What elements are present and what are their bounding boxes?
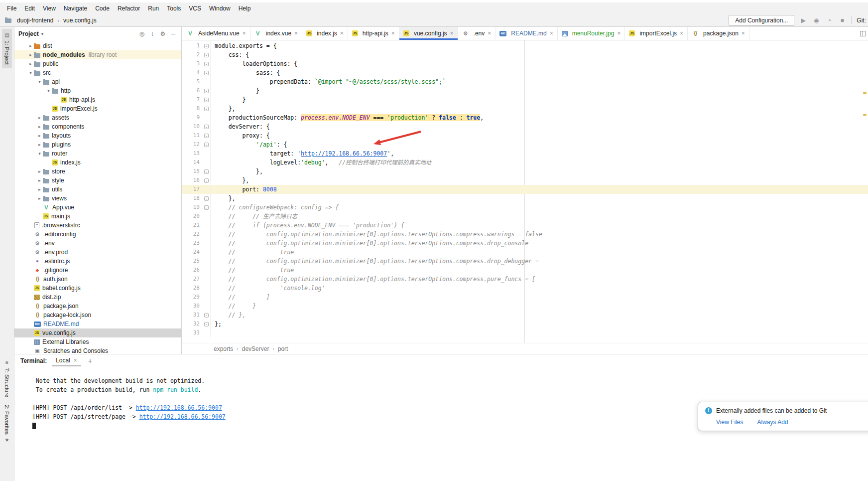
tab-asidemenu-vue[interactable]: AsideMenu.vue× bbox=[183, 27, 250, 40]
breadcrumb-devserver[interactable]: devServer bbox=[242, 345, 269, 352]
menu-item-help[interactable]: Help bbox=[235, 3, 255, 13]
tree-item-dist-zip[interactable]: dist.zip bbox=[14, 293, 181, 302]
tool-window-button-favorites[interactable]: 2: Favorites ★ bbox=[2, 401, 12, 446]
fold-open-icon[interactable]: - bbox=[204, 53, 209, 57]
view-files-link[interactable]: View Files bbox=[716, 419, 743, 426]
close-icon[interactable]: × bbox=[617, 30, 620, 37]
tree-item-router[interactable]: ▾router bbox=[14, 149, 181, 158]
close-icon[interactable]: × bbox=[391, 30, 395, 37]
code-line-28[interactable]: 28 // 'console.log' bbox=[182, 284, 868, 293]
tree-item-eslintrc-js[interactable]: .eslintrc.js bbox=[14, 257, 181, 266]
tree-item-style[interactable]: ▸style bbox=[14, 176, 181, 185]
fold-open-icon[interactable]: - bbox=[204, 134, 209, 138]
tree-item-scratches-and-consoles[interactable]: Scratches and Consoles bbox=[14, 346, 181, 354]
code-line-2[interactable]: 2- css: { bbox=[182, 50, 868, 59]
close-icon[interactable]: × bbox=[294, 30, 298, 37]
tree-item-package-lock-json[interactable]: package-lock.json bbox=[14, 311, 181, 320]
code-line-33[interactable]: 33 bbox=[182, 328, 868, 337]
expand-collapse-icon[interactable]: ↕ bbox=[148, 30, 156, 37]
terminal-title[interactable]: Terminal: bbox=[20, 357, 47, 364]
fold-close-icon[interactable]: - bbox=[204, 169, 209, 174]
terminal-link[interactable]: http://192.168.66.56:9007 bbox=[136, 404, 222, 411]
tab-importexcel-js[interactable]: importExcel.js× bbox=[625, 27, 688, 40]
chevron-right-icon[interactable]: ▸ bbox=[36, 124, 43, 129]
code-line-11[interactable]: 11- proxy: { bbox=[182, 131, 868, 140]
menu-item-window[interactable]: Window bbox=[205, 3, 235, 13]
tree-item-dist[interactable]: ▸dist bbox=[14, 41, 181, 50]
chevron-down-icon[interactable]: ▾ bbox=[27, 70, 34, 75]
code-line-31[interactable]: 31- // }, bbox=[182, 311, 868, 320]
tree-item-views[interactable]: ▸views bbox=[14, 194, 181, 203]
code-editor[interactable]: 1-module.exports = {2- css: {3- loaderOp… bbox=[182, 40, 868, 343]
tab-package-json[interactable]: package.json× bbox=[688, 27, 749, 40]
menu-item-refactor[interactable]: Refactor bbox=[114, 3, 144, 13]
terminal-tab-local[interactable]: Local × bbox=[52, 355, 81, 366]
code-line-13[interactable]: 13 target: 'http://192.168.66.56:9007', bbox=[182, 149, 868, 158]
tree-item-layouts[interactable]: ▸layouts bbox=[14, 131, 181, 140]
breadcrumb-project[interactable]: duoji-frontend bbox=[16, 17, 54, 24]
fold-marker[interactable]: - bbox=[203, 140, 211, 149]
fold-close-icon[interactable]: - bbox=[204, 196, 209, 201]
chevron-right-icon[interactable]: ▸ bbox=[36, 169, 43, 174]
tree-item-main-js[interactable]: main.js bbox=[14, 212, 181, 221]
tab-menurouter-jpg[interactable]: menuRouter.jpg× bbox=[558, 27, 625, 40]
error-stripe[interactable] bbox=[862, 40, 867, 343]
chevron-down-icon[interactable]: ▾ bbox=[36, 79, 43, 84]
close-icon[interactable]: × bbox=[450, 30, 454, 37]
close-icon[interactable]: × bbox=[680, 30, 683, 37]
code-line-27[interactable]: 27 // config.optimization.minimizer[0].o… bbox=[182, 275, 868, 284]
chevron-right-icon[interactable]: ▸ bbox=[36, 142, 43, 147]
code-line-29[interactable]: 29 // ] bbox=[182, 293, 868, 302]
run-button[interactable]: ▶ bbox=[799, 17, 807, 24]
code-line-17[interactable]: 17 port: 8008 bbox=[182, 185, 868, 194]
menu-item-file[interactable]: File bbox=[3, 3, 20, 13]
tab-readme-md[interactable]: README.md× bbox=[496, 27, 557, 40]
tree-item-node-modules[interactable]: ▸node_moduleslibrary root bbox=[14, 50, 181, 59]
fold-close-icon[interactable]: - bbox=[204, 89, 209, 93]
fold-open-icon[interactable]: - bbox=[204, 71, 209, 75]
chevron-right-icon[interactable]: ▸ bbox=[27, 43, 34, 48]
chevron-right-icon[interactable]: ▸ bbox=[36, 115, 43, 120]
code-line-4[interactable]: 4- sass: { bbox=[182, 68, 868, 77]
menu-item-vcs[interactable]: VCS bbox=[185, 3, 205, 13]
profile-button[interactable]: ◔ bbox=[825, 17, 833, 24]
tree-item-http-api-js[interactable]: http-api.js bbox=[14, 95, 181, 104]
tree-item-assets[interactable]: ▸assets bbox=[14, 113, 181, 122]
close-icon[interactable]: × bbox=[488, 30, 491, 37]
close-icon[interactable]: × bbox=[340, 30, 344, 37]
tab-vue-config-js[interactable]: vue.config.js× bbox=[399, 27, 458, 40]
code-line-21[interactable]: 21 // if (process.env.NODE_ENV === 'prod… bbox=[182, 221, 868, 230]
chevron-down-icon[interactable]: ▾ bbox=[36, 151, 43, 156]
code-line-3[interactable]: 3- loaderOptions: { bbox=[182, 59, 868, 68]
tree-item-readme-md[interactable]: README.md bbox=[14, 320, 181, 328]
fold-close-icon[interactable]: - bbox=[204, 313, 209, 318]
tree-item-babel-config-js[interactable]: babel.config.js bbox=[14, 284, 181, 293]
menu-item-edit[interactable]: Edit bbox=[20, 3, 39, 13]
fold-marker[interactable]: - bbox=[203, 50, 211, 59]
add-configuration-button[interactable]: Add Configuration... bbox=[729, 15, 794, 26]
tab-http-api-js[interactable]: http-api.js× bbox=[348, 27, 399, 40]
fold-marker[interactable]: - bbox=[203, 194, 211, 203]
fold-open-icon[interactable]: - bbox=[204, 44, 209, 48]
chevron-right-icon[interactable]: ▸ bbox=[27, 61, 34, 66]
tree-item-env[interactable]: .env bbox=[14, 239, 181, 248]
tree-item-plugins[interactable]: ▸plugins bbox=[14, 140, 181, 149]
code-line-16[interactable]: 16- }, bbox=[182, 176, 868, 185]
code-line-18[interactable]: 18- }, bbox=[182, 194, 868, 203]
breadcrumb-port[interactable]: port bbox=[278, 345, 288, 352]
fold-marker[interactable]: - bbox=[203, 86, 211, 95]
close-icon[interactable]: × bbox=[742, 30, 745, 37]
stop-button[interactable]: ■ bbox=[838, 17, 846, 24]
git-widget[interactable]: Git: bbox=[857, 17, 866, 24]
code-line-14[interactable]: 14 logLevel:'debug', //控制台终端打印代理前的真实地址 bbox=[182, 158, 868, 167]
code-line-1[interactable]: 1-module.exports = { bbox=[182, 41, 868, 50]
fold-close-icon[interactable]: - bbox=[204, 178, 209, 183]
tree-item-components[interactable]: ▸components bbox=[14, 122, 181, 131]
close-icon[interactable]: × bbox=[243, 30, 246, 37]
tab-index-vue[interactable]: index.vue× bbox=[250, 27, 302, 40]
code-line-10[interactable]: 10- devServer: { bbox=[182, 122, 868, 131]
fold-close-icon[interactable]: - bbox=[204, 98, 209, 102]
chevron-right-icon[interactable]: ▸ bbox=[27, 52, 34, 57]
tool-window-button-project[interactable]: ▤ 1: Project bbox=[2, 29, 12, 68]
tree-item-gitignore[interactable]: .gitignore bbox=[14, 266, 181, 275]
